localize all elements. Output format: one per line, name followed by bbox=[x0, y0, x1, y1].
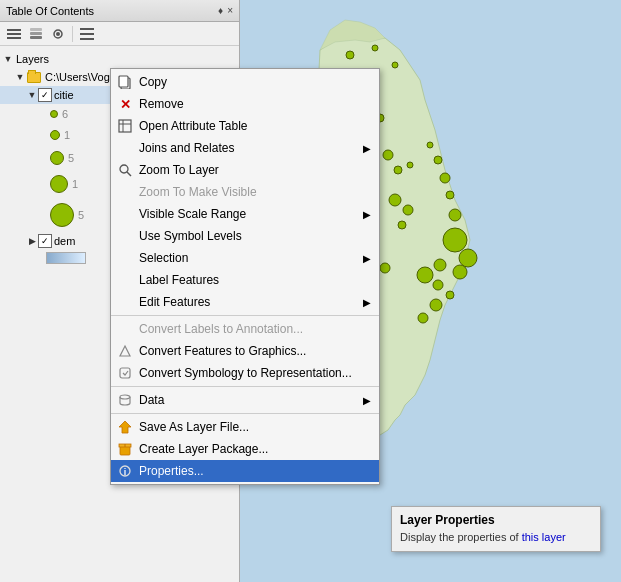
cities-expand-arrow: ▼ bbox=[26, 89, 38, 101]
menu-item-convert-features[interactable]: Convert Features to Graphics... bbox=[111, 340, 379, 362]
svg-rect-23 bbox=[120, 368, 130, 378]
menu-symbol-levels-label: Use Symbol Levels bbox=[139, 229, 242, 243]
options-button[interactable] bbox=[77, 24, 97, 44]
svg-rect-0 bbox=[7, 29, 21, 31]
svg-rect-5 bbox=[30, 28, 42, 31]
pin-icon[interactable]: ♦ bbox=[218, 5, 223, 16]
tooltip-box: Layer Properties Display the properties … bbox=[391, 506, 601, 552]
menu-item-copy[interactable]: Copy bbox=[111, 71, 379, 93]
svg-point-24 bbox=[120, 395, 130, 399]
menu-convert-symbology-label: Convert Symbology to Representation... bbox=[139, 366, 352, 380]
city-dot bbox=[434, 156, 442, 164]
visibility-button[interactable] bbox=[48, 24, 68, 44]
menu-edit-features-label: Edit Features bbox=[139, 295, 210, 309]
svg-rect-9 bbox=[80, 33, 94, 35]
legend-dot-5 bbox=[50, 203, 74, 227]
city-dot bbox=[383, 150, 393, 160]
city-dot bbox=[453, 265, 467, 279]
context-menu: Copy ✕ Remove Open Attribute Table Joins… bbox=[110, 68, 380, 485]
city-dot bbox=[427, 142, 433, 148]
svg-line-21 bbox=[127, 172, 131, 176]
menu-item-use-symbol-levels[interactable]: Use Symbol Levels bbox=[111, 225, 379, 247]
close-icon[interactable]: × bbox=[227, 5, 233, 16]
legend-dot-1 bbox=[50, 110, 58, 118]
city-dot bbox=[418, 313, 428, 323]
menu-zoom-layer-label: Zoom To Layer bbox=[139, 163, 219, 177]
legend-label-3: 5 bbox=[68, 152, 74, 164]
toc-title: Table Of Contents bbox=[6, 5, 94, 17]
menu-item-properties[interactable]: i Properties... bbox=[111, 460, 379, 482]
convert-features-icon bbox=[117, 343, 133, 359]
convert-labels-icon bbox=[117, 321, 133, 337]
city-dot-large bbox=[417, 267, 433, 283]
dem-checkbox[interactable]: ✓ bbox=[38, 234, 52, 248]
menu-item-zoom-to-layer[interactable]: Zoom To Layer bbox=[111, 159, 379, 181]
menu-copy-label: Copy bbox=[139, 75, 167, 89]
city-dot bbox=[433, 280, 443, 290]
menu-item-data[interactable]: Data ▶ bbox=[111, 389, 379, 411]
menu-item-edit-features[interactable]: Edit Features ▶ bbox=[111, 291, 379, 313]
symbol-levels-icon bbox=[117, 228, 133, 244]
svg-text:i: i bbox=[124, 467, 127, 477]
cities-checkbox[interactable]: ✓ bbox=[38, 88, 52, 102]
separator-3 bbox=[111, 413, 379, 414]
city-dot bbox=[446, 291, 454, 299]
city-dot bbox=[380, 263, 390, 273]
svg-point-7 bbox=[56, 32, 60, 36]
submenu-arrow-data: ▶ bbox=[363, 395, 371, 406]
city-dot bbox=[449, 209, 461, 221]
package-icon bbox=[117, 441, 133, 457]
city-dot bbox=[403, 205, 413, 215]
menu-item-label-features[interactable]: Label Features bbox=[111, 269, 379, 291]
menu-item-open-attribute-table[interactable]: Open Attribute Table bbox=[111, 115, 379, 137]
menu-item-selection[interactable]: Selection ▶ bbox=[111, 247, 379, 269]
remove-icon: ✕ bbox=[117, 96, 133, 112]
menu-create-package-label: Create Layer Package... bbox=[139, 442, 268, 456]
folder-icon bbox=[26, 71, 42, 83]
submenu-arrow-selection: ▶ bbox=[363, 253, 371, 264]
legend-label-4: 1 bbox=[72, 178, 78, 190]
legend-dot-2 bbox=[50, 130, 60, 140]
city-dot bbox=[440, 173, 450, 183]
legend-label-1: 6 bbox=[62, 108, 68, 120]
menu-data-label: Data bbox=[139, 393, 164, 407]
svg-marker-22 bbox=[120, 346, 130, 356]
toc-title-controls: ♦ × bbox=[218, 5, 233, 16]
menu-item-convert-labels: Convert Labels to Annotation... bbox=[111, 318, 379, 340]
menu-attr-table-label: Open Attribute Table bbox=[139, 119, 248, 133]
menu-save-layer-label: Save As Layer File... bbox=[139, 420, 249, 434]
menu-item-convert-symbology[interactable]: Convert Symbology to Representation... bbox=[111, 362, 379, 384]
menu-convert-labels-label: Convert Labels to Annotation... bbox=[139, 322, 303, 336]
scale-range-icon bbox=[117, 206, 133, 222]
data-icon bbox=[117, 392, 133, 408]
svg-rect-2 bbox=[7, 37, 21, 39]
menu-item-save-as-layer[interactable]: Save As Layer File... bbox=[111, 416, 379, 438]
cities-label: citie bbox=[54, 89, 74, 101]
menu-item-create-layer-package[interactable]: Create Layer Package... bbox=[111, 438, 379, 460]
city-dot bbox=[459, 249, 477, 267]
dem-expand-arrow: ▶ bbox=[26, 235, 38, 247]
properties-icon: i bbox=[117, 463, 133, 479]
table-icon bbox=[117, 118, 133, 134]
save-layer-icon bbox=[117, 419, 133, 435]
submenu-arrow-joins: ▶ bbox=[363, 143, 371, 154]
menu-item-visible-scale-range[interactable]: Visible Scale Range ▶ bbox=[111, 203, 379, 225]
menu-visible-scale-label: Visible Scale Range bbox=[139, 207, 246, 221]
menu-item-zoom-make-visible: Zoom To Make Visible bbox=[111, 181, 379, 203]
tooltip-description: Display the properties of this layer bbox=[400, 530, 592, 545]
menu-item-joins-relates[interactable]: Joins and Relates ▶ bbox=[111, 137, 379, 159]
zoom-visible-icon bbox=[117, 184, 133, 200]
layers-label: Layers bbox=[16, 53, 49, 65]
expand-arrow: ▼ bbox=[2, 53, 14, 65]
svg-rect-8 bbox=[80, 28, 94, 30]
tooltip-highlight-text: this layer bbox=[522, 531, 566, 543]
folder-expand-arrow: ▼ bbox=[14, 71, 26, 83]
layers-button[interactable] bbox=[26, 24, 46, 44]
selection-icon bbox=[117, 250, 133, 266]
city-dot bbox=[346, 51, 354, 59]
menu-item-remove[interactable]: ✕ Remove bbox=[111, 93, 379, 115]
layers-root-item[interactable]: ▼ Layers bbox=[0, 50, 239, 68]
city-dot bbox=[392, 62, 398, 68]
list-view-button[interactable] bbox=[4, 24, 24, 44]
city-dot bbox=[446, 191, 454, 199]
